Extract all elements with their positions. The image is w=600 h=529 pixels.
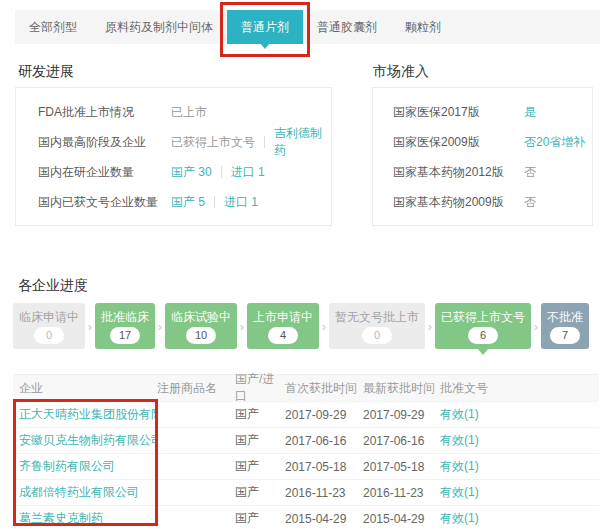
chevron-right-icon: ›	[87, 319, 93, 334]
table-header-row: 企业 注册商品名 国产/进口 首次获批时间 最新获批时间 批准文号	[13, 374, 599, 401]
market-row-essential-drugs-2009: 国家基本药物2009版 否	[373, 187, 592, 217]
stage-clinical-application[interactable]: 临床申请中 0	[13, 303, 85, 349]
col-header-first-approval: 首次获批时间	[285, 380, 363, 397]
import-count-link[interactable]: 进口 1	[224, 194, 258, 211]
import-count-link[interactable]: 进口 1	[231, 164, 265, 181]
company-progress-title: 各企业进度	[18, 277, 88, 295]
col-header-company: 企业	[13, 380, 157, 397]
rnd-row-companies-licensed: 国内已获文号企业数量 国产 5 进口 1	[16, 187, 331, 217]
tab-all-dosage-forms[interactable]: 全部剂型	[15, 10, 91, 44]
stage-label: 上市申请中	[253, 310, 313, 324]
stage-count-badge: 6	[468, 327, 498, 344]
market-row-medicare-2009: 国家医保2009版 否20省增补	[373, 127, 592, 157]
rnd-row-value: 已获得上市文号	[171, 134, 255, 151]
company-table: 企业 注册商品名 国产/进口 首次获批时间 最新获批时间 批准文号 正大天晴药业…	[13, 374, 599, 529]
stage-clinical-trial[interactable]: 临床试验中 10	[165, 303, 237, 349]
value-divider	[221, 166, 222, 178]
latest-approval-cell: 2015-04-29	[363, 512, 440, 526]
latest-approval-cell: 2017-05-18	[363, 460, 440, 474]
license-link[interactable]: 有效(1)	[440, 433, 479, 447]
stage-count-badge: 7	[550, 327, 580, 344]
col-header-brand-name: 注册商品名	[157, 380, 235, 397]
stage-count-badge: 17	[110, 327, 140, 344]
license-link[interactable]: 有效(1)	[440, 407, 479, 421]
rnd-progress-title: 研发进展	[18, 63, 74, 81]
market-row-label: 国家医保2017版	[393, 104, 524, 121]
rnd-row-label: FDA批准上市情况	[38, 104, 171, 121]
value-divider	[264, 136, 265, 148]
active-tab-wrap: 普通片剂	[227, 10, 303, 44]
table-row: 安徽贝克生物制药有限公司 国产 2017-06-16 2017-06-16 有效…	[13, 427, 599, 453]
stage-label: 已获得上市文号	[441, 310, 525, 324]
company-link[interactable]: 葛兰素史克制药	[19, 511, 103, 525]
stage-label: 批准临床	[101, 310, 149, 324]
market-access-panel: 国家医保2017版 是 国家医保2009版 否20省增补 国家基本药物2012版…	[372, 87, 593, 226]
stage-count-badge: 0	[34, 327, 64, 344]
stage-count-badge: 4	[268, 327, 298, 344]
company-link[interactable]: 齐鲁制药有限公司	[19, 459, 115, 473]
license-link[interactable]: 有效(1)	[440, 459, 479, 473]
chevron-right-icon: ›	[321, 319, 327, 334]
company-link[interactable]: 安徽贝克生物制药有限公司	[19, 433, 157, 447]
domestic-count-link[interactable]: 国产 5	[171, 194, 205, 211]
dosage-form-tabbar: 全部剂型 原料药及制剂中间体 普通片剂 普通胶囊剂 颗粒剂	[15, 10, 600, 44]
rnd-row-label: 国内已获文号企业数量	[38, 194, 171, 211]
stage-rejected[interactable]: 不批准 7	[541, 303, 589, 349]
tab-plain-tablet[interactable]: 普通片剂	[227, 10, 303, 44]
market-row-label: 国家医保2009版	[393, 134, 524, 151]
stage-label: 临床试验中	[171, 310, 231, 324]
market-access-title: 市场准入	[373, 63, 429, 81]
market-row-value: 否	[524, 194, 536, 211]
rnd-row-companies-in-development: 国内在研企业数量 国产 30 进口 1	[16, 157, 331, 187]
first-approval-cell: 2015-04-29	[285, 512, 363, 526]
origin-cell: 国产	[235, 432, 285, 449]
latest-approval-cell: 2017-09-29	[363, 408, 440, 422]
table-row: 齐鲁制药有限公司 国产 2017-05-18 2017-05-18 有效(1)	[13, 453, 599, 479]
first-approval-cell: 2017-05-18	[285, 460, 363, 474]
market-row-essential-drugs-2012: 国家基本药物2012版 否	[373, 157, 592, 187]
origin-cell: 国产	[235, 406, 285, 423]
origin-cell: 国产	[235, 484, 285, 501]
tab-api-and-intermediates[interactable]: 原料药及制剂中间体	[91, 10, 227, 44]
chevron-right-icon: ›	[157, 319, 163, 334]
stage-approved-no-license[interactable]: 暂无文号批上市 0	[329, 303, 425, 349]
first-approval-cell: 2017-09-29	[285, 408, 363, 422]
company-link[interactable]: 成都倍特药业有限公司	[19, 485, 139, 499]
chevron-right-icon: ›	[427, 319, 433, 334]
tab-plain-capsule[interactable]: 普通胶囊剂	[303, 10, 391, 44]
rnd-row-label: 国内在研企业数量	[38, 164, 171, 181]
market-row-value[interactable]: 是	[524, 104, 536, 121]
table-row: 成都倍特药业有限公司 国产 2016-11-23 2016-11-23 有效(1…	[13, 479, 599, 505]
col-header-origin: 国产/进口	[235, 371, 285, 405]
stage-market-application[interactable]: 上市申请中 4	[247, 303, 319, 349]
chevron-right-icon: ›	[533, 319, 539, 334]
stage-label: 暂无文号批上市	[335, 310, 419, 324]
stage-clinical-approved[interactable]: 批准临床 17	[95, 303, 155, 349]
license-link[interactable]: 有效(1)	[440, 511, 479, 525]
stage-label: 临床申请中	[19, 310, 79, 324]
chevron-right-icon: ›	[239, 319, 245, 334]
value-divider	[214, 196, 215, 208]
rnd-progress-panel: FDA批准上市情况 已上市 国内最高阶段及企业 已获得上市文号 吉利德制药 国内…	[15, 87, 332, 226]
latest-approval-cell: 2016-11-23	[363, 486, 440, 500]
market-row-value[interactable]: 否20省增补	[524, 134, 585, 151]
license-link[interactable]: 有效(1)	[440, 485, 479, 499]
rnd-row-label: 国内最高阶段及企业	[38, 134, 171, 151]
stage-licensed[interactable]: 已获得上市文号 6	[435, 303, 531, 349]
company-link[interactable]: 正大天晴药业集团股份有限公司	[19, 407, 157, 421]
table-row: 葛兰素史克制药 国产 2015-04-29 2015-04-29 有效(1)	[13, 505, 599, 529]
rnd-row-fda: FDA批准上市情况 已上市	[16, 97, 331, 127]
market-row-label: 国家基本药物2009版	[393, 194, 524, 211]
tab-granule[interactable]: 颗粒剂	[391, 10, 455, 44]
first-approval-cell: 2017-06-16	[285, 434, 363, 448]
stage-pipeline: 临床申请中 0 › 批准临床 17 › 临床试验中 10 › 上市申请中 4 ›…	[13, 303, 589, 349]
market-row-label: 国家基本药物2012版	[393, 164, 524, 181]
domestic-count-link[interactable]: 国产 30	[171, 164, 212, 181]
first-approval-cell: 2016-11-23	[285, 486, 363, 500]
origin-cell: 国产	[235, 510, 285, 527]
company-link-gilead[interactable]: 吉利德制药	[274, 125, 331, 159]
rnd-row-highest-stage: 国内最高阶段及企业 已获得上市文号 吉利德制药	[16, 127, 331, 157]
stage-label: 不批准	[547, 310, 583, 324]
stage-count-badge: 10	[186, 327, 216, 344]
origin-cell: 国产	[235, 458, 285, 475]
